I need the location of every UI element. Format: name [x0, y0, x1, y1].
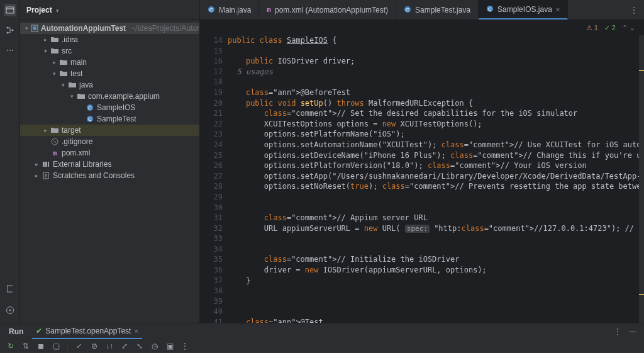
- svg-text:C: C: [488, 6, 492, 12]
- chevron-icon[interactable]: ▾: [43, 48, 48, 54]
- tree-row-scratches-and-consoles[interactable]: ▸Scratches and Consoles: [20, 170, 199, 181]
- tab-main-java[interactable]: CMain.java: [200, 0, 259, 20]
- maven-icon: m: [50, 149, 59, 157]
- chevron-icon[interactable]: ▸: [52, 59, 57, 65]
- svg-text:C: C: [88, 116, 92, 122]
- tab-sampletest-java[interactable]: CSampleTest.java: [396, 0, 479, 20]
- inspection-chevron-icon[interactable]: ⌃ ⌄: [622, 24, 635, 32]
- chevron-down-icon: [56, 6, 59, 14]
- tree-row-target[interactable]: ▸target: [20, 125, 199, 136]
- class-icon: C: [86, 115, 94, 123]
- tab-pom-xml-automationappiumtest-[interactable]: mpom.xml (AutomationAppiumTest): [259, 0, 396, 20]
- stop-icon[interactable]: ◼: [36, 342, 45, 350]
- test-pass-icon: ✔: [36, 327, 42, 335]
- tree-root[interactable]: ▾ AutomationAppiumTest ~/IdeaProjects/Au…: [20, 23, 199, 34]
- tool-window-bar: [0, 0, 20, 323]
- history-icon[interactable]: ◷: [150, 342, 159, 350]
- folder-icon: [77, 93, 86, 99]
- tree-label: External Libraries: [53, 160, 111, 169]
- more-tool-icon[interactable]: [4, 44, 16, 57]
- tab-sampleios-java[interactable]: CSampleIOS.java×: [479, 0, 568, 20]
- tree-row-external-libraries[interactable]: ▸External Libraries: [20, 159, 199, 170]
- tab-label: Main.java: [219, 6, 251, 14]
- run-tool-icon[interactable]: [4, 304, 16, 317]
- svg-rect-16: [45, 162, 47, 167]
- rerun-icon[interactable]: ↻: [6, 342, 15, 350]
- lib-icon: [42, 160, 50, 168]
- project-header[interactable]: Project: [20, 0, 199, 20]
- tree-label: main: [70, 58, 87, 67]
- tree-row-pom-xml[interactable]: mpom.xml: [20, 147, 199, 159]
- tree-label: test: [70, 69, 82, 78]
- run-config-tab[interactable]: ✔ SampleTest.openAppTest ×: [32, 324, 142, 339]
- tree-row-com-example-appium[interactable]: ▾com.example.appium: [20, 91, 199, 102]
- more-icon[interactable]: ⋮: [180, 342, 189, 350]
- show-passed-icon[interactable]: ✓: [75, 342, 84, 350]
- chevron-icon[interactable]: ▸: [43, 127, 48, 133]
- run-toolbar: ↻ ⇅ ◼ ▢ | ✓ ⊘ ↓↑ ⤢ ⤡ ◷ ▣ ⋮: [0, 339, 644, 353]
- tree-row-java[interactable]: ▾java: [20, 79, 199, 91]
- gitignore-icon: [50, 138, 59, 145]
- tree-root-hint: ~/IdeaProjects/Automation: [131, 24, 199, 33]
- tree-label: pom.xml: [62, 148, 90, 157]
- chevron-icon[interactable]: ▾: [52, 70, 57, 77]
- tree-row-sampletest[interactable]: CSampleTest: [20, 113, 199, 125]
- chevron-icon[interactable]: ▸: [34, 172, 39, 179]
- close-icon[interactable]: ×: [134, 327, 138, 335]
- sort-icon[interactable]: ↓↑: [105, 342, 114, 350]
- tree-label: Scratches and Consoles: [53, 171, 135, 180]
- expand-icon[interactable]: ⤢: [120, 342, 129, 350]
- svg-point-5: [9, 50, 11, 51]
- export-icon[interactable]: ▣: [165, 342, 174, 350]
- tree-row-sampleios[interactable]: CSampleIOS: [20, 102, 199, 113]
- error-badge: ⚠ 1: [586, 24, 598, 32]
- run-config-label: SampleTest.openAppTest: [45, 327, 131, 335]
- chevron-icon[interactable]: ▾: [69, 93, 74, 99]
- svg-point-4: [7, 50, 8, 51]
- chevron-icon[interactable]: ▸: [34, 161, 39, 167]
- svg-rect-0: [6, 7, 14, 13]
- more-icon[interactable]: ⋮: [630, 6, 638, 14]
- more-icon[interactable]: ⋮: [614, 327, 621, 336]
- tree-row--idea[interactable]: ▸.idea: [20, 34, 199, 45]
- class-icon: C: [86, 104, 94, 111]
- minimap[interactable]: [639, 35, 644, 323]
- project-tool-icon[interactable]: [4, 4, 16, 16]
- ok-badge: ✓ 2: [604, 24, 616, 32]
- close-icon[interactable]: ×: [556, 6, 560, 13]
- editor-inspections[interactable]: ⚠ 1 ✓ 2 ⌃ ⌄: [200, 20, 644, 35]
- terminal-tool-icon[interactable]: [4, 283, 16, 295]
- minimize-icon[interactable]: —: [629, 327, 636, 336]
- module-icon: [31, 25, 38, 32]
- tab-label: SampleIOS.java: [497, 5, 552, 14]
- class-icon: C: [208, 6, 215, 14]
- tab-label: SampleTest.java: [415, 6, 470, 14]
- tree-row-src[interactable]: ▾src: [20, 45, 199, 57]
- tree-label: target: [62, 126, 81, 135]
- tree-label: SampleTest: [97, 115, 136, 123]
- svg-point-3: [11, 30, 13, 31]
- tree-row-test[interactable]: ▾test: [20, 68, 199, 79]
- tree-label: java: [79, 81, 93, 89]
- tree-row--gitignore[interactable]: .gitignore: [20, 136, 199, 147]
- chevron-icon[interactable]: ▸: [43, 36, 48, 43]
- svg-rect-17: [48, 162, 49, 167]
- tree-row-main[interactable]: ▸main: [20, 57, 199, 68]
- toggle-icon[interactable]: ⇅: [21, 342, 30, 350]
- run-tab[interactable]: Run: [5, 325, 27, 339]
- chevron-down-icon[interactable]: ▾: [25, 25, 28, 31]
- tree-label: SampleIOS: [97, 103, 135, 112]
- folder-icon: [59, 70, 68, 77]
- structure-tool-icon[interactable]: [4, 24, 16, 36]
- code-content[interactable]: public class SampleIOS { public IOSDrive…: [228, 35, 644, 323]
- svg-rect-15: [43, 162, 45, 167]
- tree-label: .idea: [62, 35, 78, 44]
- chevron-icon[interactable]: ▾: [60, 82, 65, 88]
- layout-icon[interactable]: ▢: [52, 342, 60, 350]
- code-editor[interactable]: 1415161718192021222324252627282930313233…: [200, 35, 644, 323]
- editor-tabs: CMain.javampom.xml (AutomationAppiumTest…: [200, 0, 644, 20]
- svg-text:C: C: [209, 7, 213, 13]
- collapse-icon[interactable]: ⤡: [135, 342, 144, 350]
- show-ignored-icon[interactable]: ⊘: [90, 342, 99, 350]
- class-icon: C: [404, 6, 411, 14]
